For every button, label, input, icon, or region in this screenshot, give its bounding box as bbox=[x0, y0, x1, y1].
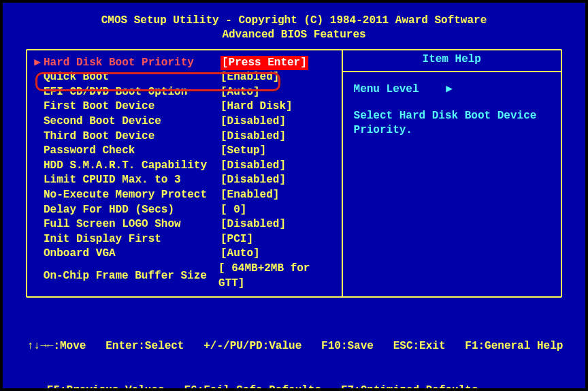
setting-value[interactable]: [Enabled] bbox=[220, 70, 279, 85]
setting-row[interactable]: Init Display First[PCI] bbox=[27, 232, 342, 247]
setting-value[interactable]: [Disabled] bbox=[220, 114, 286, 129]
setting-value[interactable]: [Disabled] bbox=[220, 173, 286, 188]
help-pane: Item Help Menu Level ▶ Select Hard Disk … bbox=[342, 50, 561, 297]
setting-value[interactable]: [ 0] bbox=[220, 203, 246, 218]
setting-label: On-Chip Frame Buffer Size bbox=[44, 269, 218, 284]
setting-row[interactable]: No-Execute Memory Protect[Enabled] bbox=[27, 188, 342, 203]
menu-level: Menu Level ▶ bbox=[354, 82, 550, 95]
setting-label: HDD S.M.A.R.T. Capability bbox=[44, 159, 220, 174]
setting-value[interactable]: [Press Enter] bbox=[220, 56, 308, 71]
setting-label: Limit CPUID Max. to 3 bbox=[44, 173, 220, 188]
setting-value[interactable]: [Setup] bbox=[220, 144, 266, 159]
header-line1: CMOS Setup Utility - Copyright (C) 1984-… bbox=[0, 14, 588, 28]
setting-row[interactable]: Delay For HDD (Secs)[ 0] bbox=[27, 203, 342, 218]
setting-row[interactable]: Quick Boot[Enabled] bbox=[27, 70, 342, 85]
setting-row[interactable]: HDD S.M.A.R.T. Capability[Disabled] bbox=[27, 159, 342, 174]
setting-value[interactable]: [Auto] bbox=[220, 247, 260, 262]
header: CMOS Setup Utility - Copyright (C) 1984-… bbox=[0, 0, 588, 49]
setting-value[interactable]: [Disabled] bbox=[220, 159, 286, 174]
setting-row[interactable]: Full Screen LOGO Show[Disabled] bbox=[27, 217, 342, 232]
footer-line1: ↑↓→←:Move Enter:Select +/-/PU/PD:Value F… bbox=[27, 339, 561, 354]
setting-label: Quick Boot bbox=[44, 70, 220, 85]
main-frame: ▶Hard Disk Boot Priority[Press Enter]Qui… bbox=[26, 49, 562, 298]
setting-label: Hard Disk Boot Priority bbox=[44, 56, 220, 71]
setting-label: No-Execute Memory Protect bbox=[44, 188, 220, 203]
setting-label: Third Boot Device bbox=[44, 129, 220, 144]
setting-row[interactable]: Second Boot Device[Disabled] bbox=[27, 114, 342, 129]
setting-label: EFI CD/DVD Boot Option bbox=[44, 85, 220, 100]
help-title: Item Help bbox=[343, 50, 561, 72]
chevron-right-icon: ▶ bbox=[446, 82, 453, 95]
header-line2: Advanced BIOS Features bbox=[0, 28, 588, 42]
setting-label: Delay For HDD (Secs) bbox=[44, 203, 220, 218]
row-pointer-icon: ▶ bbox=[31, 56, 44, 71]
setting-row[interactable]: Onboard VGA[Auto] bbox=[27, 247, 342, 262]
setting-row[interactable]: Password Check[Setup] bbox=[27, 144, 342, 159]
setting-label: Full Screen LOGO Show bbox=[44, 217, 220, 232]
setting-value[interactable]: [Disabled] bbox=[220, 217, 286, 232]
setting-value[interactable]: [ 64MB+2MB for GTT] bbox=[218, 262, 342, 291]
setting-row[interactable]: On-Chip Frame Buffer Size[ 64MB+2MB for … bbox=[27, 262, 342, 291]
setting-row[interactable]: Third Boot Device[Disabled] bbox=[27, 129, 342, 144]
footer: ↑↓→←:Move Enter:Select +/-/PU/PD:Value F… bbox=[0, 298, 588, 391]
setting-row[interactable]: ▶Hard Disk Boot Priority[Press Enter] bbox=[27, 56, 342, 71]
setting-value[interactable]: [PCI] bbox=[220, 232, 253, 247]
setting-value[interactable]: [Auto] bbox=[220, 85, 260, 100]
setting-value[interactable]: [Disabled] bbox=[220, 129, 286, 144]
setting-label: Password Check bbox=[44, 144, 220, 159]
settings-pane: ▶Hard Disk Boot Priority[Press Enter]Qui… bbox=[27, 50, 342, 297]
setting-label: First Boot Device bbox=[44, 99, 220, 114]
bios-screen: CMOS Setup Utility - Copyright (C) 1984-… bbox=[0, 0, 588, 391]
setting-row[interactable]: Limit CPUID Max. to 3[Disabled] bbox=[27, 173, 342, 188]
setting-row[interactable]: First Boot Device[Hard Disk] bbox=[27, 99, 342, 114]
setting-row[interactable]: EFI CD/DVD Boot Option[Auto] bbox=[27, 85, 342, 100]
setting-label: Onboard VGA bbox=[44, 247, 220, 262]
setting-label: Second Boot Device bbox=[44, 114, 220, 129]
setting-value[interactable]: [Enabled] bbox=[220, 188, 279, 203]
menu-level-label: Menu Level bbox=[354, 83, 419, 95]
help-text: Select Hard Disk Boot Device Priority. bbox=[354, 109, 550, 138]
setting-value[interactable]: [Hard Disk] bbox=[220, 99, 293, 114]
setting-label: Init Display First bbox=[44, 232, 220, 247]
